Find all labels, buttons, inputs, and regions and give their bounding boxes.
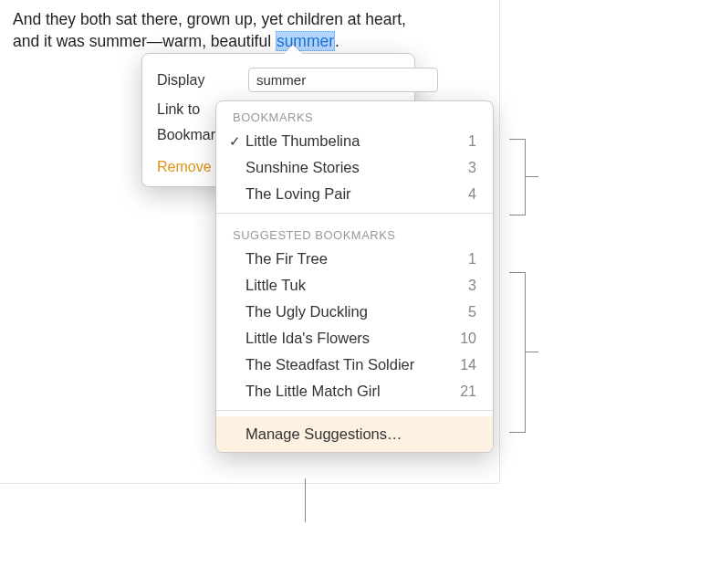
bookmark-item[interactable]: Sunshine Stories 3 xyxy=(216,154,493,181)
suggested-item[interactable]: The Ugly Duckling 5 xyxy=(216,299,493,325)
suggested-item[interactable]: The Fir Tree 1 xyxy=(216,246,493,272)
display-row: Display xyxy=(142,63,414,97)
suggested-item-count: 1 xyxy=(451,251,476,268)
suggested-header: SUGGESTED BOOKMARKS xyxy=(216,219,493,246)
text-line-2-pre: and it was summer—warm, beautiful xyxy=(13,32,276,50)
bookmark-item-count: 1 xyxy=(451,133,476,150)
suggested-item[interactable]: Little Tuk 3 xyxy=(216,272,493,299)
callout-bracket xyxy=(509,139,526,215)
bookmark-item[interactable]: ✓ Little Thumbelina 1 xyxy=(216,128,493,154)
body-text: And they both sat there, grown up, yet c… xyxy=(13,9,486,52)
callout-bracket xyxy=(509,272,526,433)
bookmark-item[interactable]: The Loving Pair 4 xyxy=(216,181,493,207)
suggested-item-label: The Steadfast Tin Soldier xyxy=(245,356,451,373)
dropdown-divider xyxy=(216,213,493,214)
suggested-item-label: The Little Match Girl xyxy=(245,383,451,400)
dropdown-divider xyxy=(216,410,493,411)
callout-line xyxy=(526,176,538,177)
suggested-item[interactable]: The Little Match Girl 21 xyxy=(216,378,493,404)
checkmark-icon: ✓ xyxy=(224,133,245,150)
suggested-item-count: 21 xyxy=(451,383,476,400)
suggested-item-label: The Fir Tree xyxy=(245,250,451,268)
bookmarks-header: BOOKMARKS xyxy=(216,101,493,128)
suggested-item-label: Little Tuk xyxy=(245,277,451,294)
bookmark-item-label: The Loving Pair xyxy=(245,185,451,203)
callout-line xyxy=(526,352,538,352)
suggested-item-label: Little Ida's Flowers xyxy=(245,330,451,347)
suggested-item[interactable]: The Steadfast Tin Soldier 14 xyxy=(216,352,493,378)
suggested-item-count: 14 xyxy=(451,357,476,373)
callout-line xyxy=(305,478,306,522)
suggested-item-label: The Ugly Duckling xyxy=(245,303,451,320)
suggested-item-count: 10 xyxy=(451,331,476,347)
manage-suggestions-button[interactable]: Manage Suggestions… xyxy=(216,416,493,452)
bookmark-item-label: Little Thumbelina xyxy=(245,132,451,150)
bookmark-dropdown: BOOKMARKS ✓ Little Thumbelina 1 Sunshine… xyxy=(215,100,494,453)
text-line-2-post: . xyxy=(335,32,339,50)
bookmark-item-label: Sunshine Stories xyxy=(245,159,451,176)
text-line-1: And they both sat there, grown up, yet c… xyxy=(13,10,406,28)
display-label: Display xyxy=(157,72,239,89)
bookmark-item-count: 3 xyxy=(451,160,476,176)
suggested-item[interactable]: Little Ida's Flowers 10 xyxy=(216,325,493,352)
display-input[interactable] xyxy=(248,68,438,92)
bookmark-item-count: 4 xyxy=(451,186,476,203)
suggested-item-count: 5 xyxy=(451,304,476,320)
suggested-item-count: 3 xyxy=(451,278,476,294)
